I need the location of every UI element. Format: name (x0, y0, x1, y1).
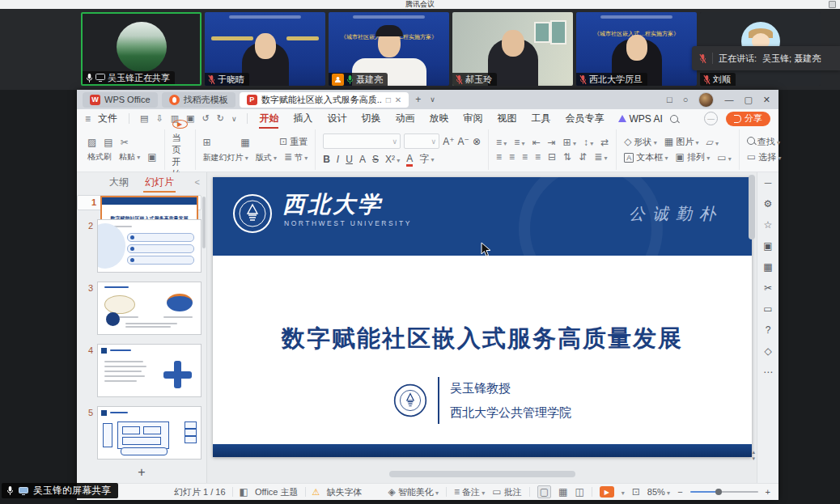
new-slide-icon[interactable]: ⊞ (203, 137, 211, 148)
minimize-button[interactable]: — (724, 95, 733, 104)
find-label[interactable]: 查找 (757, 137, 775, 146)
menu-member[interactable]: 会员专享 (558, 112, 611, 125)
fit-window-icon[interactable]: ⊡ (632, 486, 640, 498)
print-preview-icon[interactable]: ▣ (186, 113, 194, 124)
chart-icon[interactable]: ▱ (706, 137, 718, 148)
align-center-icon[interactable]: ≡ (509, 151, 515, 163)
layout-label[interactable]: 版式 (256, 152, 277, 163)
slide-master-icon[interactable]: ▭ (717, 152, 732, 163)
new-tab-button[interactable]: + (413, 94, 423, 105)
copilot-pane-icon[interactable]: ▣ (763, 241, 772, 251)
close-window-button[interactable]: ✕ (763, 95, 770, 105)
menu-animation[interactable]: 动画 (388, 112, 422, 125)
os-corner-icon[interactable] (829, 1, 836, 8)
layout-icon[interactable]: ▦ (240, 137, 249, 148)
zoom-out-button[interactable]: − (677, 487, 682, 497)
presenter-block[interactable]: 吴玉锋教授 西北大学公共管理学院 (393, 376, 571, 425)
scroll-down-icon[interactable]: ▾ (752, 455, 755, 462)
scroll-up-icon[interactable]: ▴ (752, 449, 755, 455)
restore-button[interactable]: ▢ (744, 95, 752, 105)
menu-view[interactable]: 视图 (490, 112, 524, 125)
globe-icon[interactable]: ○ (683, 95, 689, 104)
align-bottom-icon[interactable]: ⇵ (579, 151, 587, 163)
export-pdf-icon[interactable]: ⇩ (155, 113, 163, 124)
font-size-select[interactable]: ∨ (404, 133, 439, 149)
menu-home[interactable]: 开始 (252, 112, 286, 125)
reset-label[interactable]: 重置 (290, 137, 308, 146)
share-button[interactable]: 分享 (726, 112, 770, 126)
user-avatar[interactable] (698, 92, 714, 108)
menu-insert[interactable]: 插入 (286, 112, 320, 125)
justify-icon[interactable]: ≡ (535, 151, 541, 163)
copy-icon[interactable]: ▣ (147, 151, 156, 163)
tab-docer-templates[interactable]: 找稻壳模板 (162, 92, 235, 108)
tools-icon[interactable]: ✂ (764, 283, 772, 293)
slide-thumbnail-3[interactable]: 3 (77, 282, 202, 335)
missing-font-label[interactable]: 缺失字体 (326, 486, 362, 498)
collapse-ribbon-icon[interactable]: ─ (765, 178, 772, 188)
menu-transitions[interactable]: 切换 (354, 112, 388, 125)
format-painter-label[interactable]: 格式刷 (87, 151, 112, 163)
slide-canvas[interactable]: 西北大学 NORTHWEST UNIVERSITY 公诚勤朴 数字赋能社区嵌入式… (207, 172, 757, 483)
more-icon[interactable]: ⋯ (763, 367, 773, 377)
menu-slideshow[interactable]: 放映 (422, 112, 456, 125)
font-family-select[interactable]: ∨ (323, 133, 401, 149)
increase-indent-icon[interactable]: ⇥ (548, 137, 556, 148)
properties-icon[interactable]: ⚙ (764, 199, 773, 209)
decrease-font-icon[interactable]: A⁻ (458, 136, 469, 147)
reading-view-icon[interactable]: ◫ (575, 486, 583, 498)
tab-outline[interactable]: 大纲 (109, 176, 129, 189)
redo-icon[interactable]: ↻ (217, 113, 224, 124)
reset-icon[interactable]: ⊡ (279, 136, 287, 147)
textbox-label[interactable]: 文本框 (636, 152, 663, 162)
slide-thumbnail-1[interactable]: 1 数字赋能社区嵌入式服务高质量发展 (77, 195, 202, 210)
select-label[interactable]: 选择 (758, 152, 776, 162)
new-slide-label[interactable]: 新建幻灯片 (203, 152, 248, 163)
align-right-icon[interactable]: ≡ (522, 151, 528, 163)
collapse-panel-icon[interactable]: < (195, 177, 200, 187)
paste-label[interactable]: 粘贴 (119, 151, 140, 163)
line-spacing-icon[interactable]: ↕ (583, 137, 593, 148)
columns-icon[interactable]: ⊞ (563, 137, 576, 148)
bullets-icon[interactable]: ≡ (496, 137, 507, 148)
beautify-label[interactable]: 智能美化 (398, 487, 434, 497)
favorites-icon[interactable]: ☆ (764, 220, 773, 230)
slide-thumbnail-5[interactable]: 5 (77, 406, 202, 460)
close-tab-icon[interactable]: ✕ (395, 95, 401, 104)
zoom-slider-handle[interactable] (715, 489, 722, 495)
tab-wps-home[interactable]: W WPS Office (83, 92, 158, 108)
add-slide-button[interactable]: + (77, 465, 206, 483)
strikethrough-button[interactable]: S (372, 154, 379, 165)
align-left-icon[interactable]: ≡ (496, 151, 502, 163)
menu-review[interactable]: 审阅 (456, 112, 490, 125)
superscript-button[interactable]: X² (385, 154, 400, 165)
normal-view-icon[interactable]: ▢ (537, 485, 551, 498)
slideshow-options-chevron[interactable] (622, 487, 625, 497)
undo-icon[interactable]: ↺ (202, 113, 209, 124)
shapes-label[interactable]: 形状 (634, 137, 652, 146)
image-tools-icon[interactable]: ▦ (763, 262, 772, 272)
tab-document[interactable]: P 数字赋能社区嵌入式服务高质.. □ ✕ (240, 92, 409, 108)
cloud-sync-icon[interactable]: — (704, 112, 718, 125)
menu-design[interactable]: 设计 (320, 112, 354, 125)
screen-share-badge[interactable]: 吴玉锋的屏幕共享 (2, 483, 118, 498)
video-tile-yuxiaoqing[interactable]: 于晓晴 (205, 12, 325, 86)
video-tile-lidan[interactable]: 《城市社区嵌入式…程实施方案》 西北大学厉旦 (576, 12, 697, 86)
bold-button[interactable]: B (323, 154, 330, 165)
slide-thumbnail-4[interactable]: 4 (77, 344, 202, 397)
shadow-button[interactable]: A (359, 154, 366, 165)
slide-thumbnail-2[interactable]: 2 (77, 219, 202, 273)
hamburger-menu-icon[interactable]: ≡ (85, 113, 91, 125)
format-painter-icon[interactable]: ▨ (87, 137, 96, 148)
thumbnail-scrollbar[interactable] (202, 197, 206, 248)
search-icon[interactable] (670, 115, 678, 123)
cut-icon[interactable]: ✂ (121, 137, 129, 148)
slideshow-play-button[interactable]: ▶ (600, 486, 614, 498)
horizontal-scrollbar[interactable] (389, 471, 575, 477)
phonetic-button[interactable]: 字 (419, 152, 434, 166)
distribute-icon[interactable]: ⊟ (548, 151, 556, 163)
menu-wps-ai[interactable]: WPS AI (611, 113, 669, 125)
numbering-icon[interactable]: ≡ (514, 137, 524, 148)
vertical-scrollbar[interactable] (749, 175, 755, 239)
menu-file[interactable]: 文件 (91, 112, 125, 125)
